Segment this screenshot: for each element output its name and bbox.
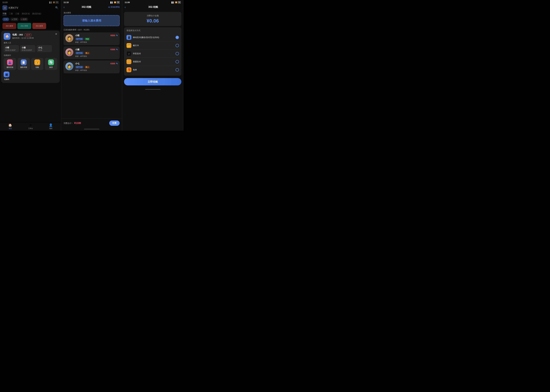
level-tag-1: 初级 [84, 38, 90, 41]
level-tag-3: 新人 [84, 66, 90, 69]
service-info-2: 小颜 前厅B组 新人 来源：APP添加 [75, 48, 109, 57]
pay-option-mobile[interactable]: 📱 移动支付(微信/支付宝/云闪付) ✓ [126, 34, 179, 42]
pay-option-meituan[interactable]: 🍔 美团支付 [126, 58, 179, 66]
mobile-pay-icon: 📱 [126, 35, 131, 40]
staff-name-1: 小雨 [5, 46, 17, 49]
price-2: ¥300 ✎ [111, 48, 118, 51]
service-item-3: 👩 小七 前厅A组 新人 来源：APP添加 ¥300 ✎ [63, 61, 120, 73]
panel-2: 11:10 ▐▌▌ 📶 88 ‹ 302-结账 ⊞ 添加收费项 酒水费用 请输入… [61, 0, 122, 131]
workbench-nav-icon: ⊕ [29, 123, 32, 127]
qr-label: 包厢码 [4, 78, 9, 81]
meituan-pay-name: 美团支付 [133, 60, 174, 63]
room-service-time: 服务时间：12-22 11:08:06 [12, 37, 34, 39]
panel-1: 11:23 ▐▌▌ 📶 88 🏠 K米KTV 🔍 不限 二楼 三楼 测试区域 测… [0, 0, 61, 131]
pay-section-label: 请选择支付方式 [126, 29, 179, 32]
staff-list: 小雨 12-22 11:10:07 小颜 12-22 11:10:07 小七 1… [4, 45, 57, 52]
footer-total-label: 消费合计： [63, 122, 73, 124]
staff-time-2: 12-22 11:10:07 [22, 49, 34, 51]
add-charge-label: 添加收费项 [111, 6, 120, 8]
service-summary-label: 已添加服务费用（合计：¥1100） [61, 28, 122, 32]
service-detail-icon: 📋 [21, 59, 27, 65]
battery-3: 88 [178, 1, 181, 4]
status-icons-2: ▐▌▌ 📶 88 [110, 1, 120, 4]
service-item-2: 👩 小颜 前厅B组 新人 来源：APP添加 ¥300 ✎ [63, 46, 120, 59]
checkout-icon: 💰 [34, 59, 40, 65]
price-amount-2: ¥300 [111, 48, 115, 51]
group-tag-3: 前厅A组 [75, 66, 84, 69]
p2-header: ‹ 302-结账 ⊞ 添加收费项 [61, 4, 122, 10]
edit-icon-1[interactable]: ✎ [116, 34, 118, 37]
avatar-xiaoyan: 👩 [65, 48, 73, 56]
service-info-3: 小七 前厅A组 新人 来源：APP添加 [75, 62, 109, 71]
edit-icon-2[interactable]: ✎ [116, 49, 118, 51]
price-3: ¥300 ✎ [111, 62, 118, 65]
op-qr-code[interactable]: ▦ 包厢码 [4, 71, 9, 81]
staff-name-2: 小颜 [22, 46, 34, 49]
service-name-1: 小雨 [75, 34, 109, 37]
settle-button[interactable]: 结算 [109, 120, 120, 126]
nav-profile[interactable]: 👤 我的 [41, 122, 61, 131]
douyin-pay-radio [175, 52, 179, 55]
status-icons-3: ▐▌▌ 📶 88 [171, 1, 181, 4]
home-nav-label: 首页 [9, 127, 12, 130]
service-detail-label: 服务详情 [20, 66, 27, 69]
nav-home[interactable]: 🏠 首页 [0, 122, 20, 131]
home-indicator-2 [61, 127, 122, 131]
meituan-pay-icon: 🍔 [126, 59, 131, 64]
service-tags-1: 前厅B组 初级 [75, 38, 109, 41]
bank-pay-radio [175, 44, 179, 47]
p3-back-button[interactable]: ‹ [125, 5, 126, 9]
panel-3: 11:09 ▐▌▌ 📶 88 ‹ 302-结账 消费合计金额 ¥0.06 请选择… [122, 0, 183, 131]
group-tag-1: 前厅B组 [75, 38, 84, 41]
workbench-nav-label: 工作台 [28, 127, 33, 130]
signal-icon-3: ▐▌▌ [171, 1, 174, 3]
home-nav-icon: 🏠 [8, 123, 12, 127]
pay-option-douyin[interactable]: ♪ 抖音支付 [126, 50, 179, 58]
source-1: 来源：APP添加 [75, 41, 109, 43]
checkout-label: 结账 [36, 66, 39, 69]
free-pay-radio [175, 68, 179, 71]
pay-option-bank[interactable]: 💳 银行卡 [126, 42, 179, 50]
footer-total-amount: ¥1100 [74, 122, 81, 124]
add-charge-button[interactable]: ⊞ 添加收费项 [108, 6, 120, 8]
service-tags-2: 前厅B组 新人 [75, 52, 109, 55]
nav-workbench[interactable]: ⊕ 工作台 [20, 122, 41, 131]
payment-section: 请选择支付方式 📱 移动支付(微信/支付宝/云闪付) ✓ 💳 银行卡 ♪ 抖音支… [124, 27, 181, 76]
level-tag-2: 新人 [84, 52, 90, 55]
p2-title: 302-结账 [82, 6, 91, 9]
source-2: 来源：APP添加 [75, 55, 109, 57]
check-mark: ✓ [176, 36, 178, 38]
price-amount-1: ¥500 [111, 34, 115, 37]
qr-icon: ▦ [4, 71, 9, 77]
douyin-pay-name: 抖音支付 [133, 52, 174, 55]
room-icon: 🏠 [4, 33, 10, 40]
source-3: 来源：APP添加 [75, 69, 109, 71]
add-service-icon: 👗 [7, 59, 13, 65]
price-amount-3: ¥300 [111, 62, 115, 65]
edit-icon-3[interactable]: ✎ [116, 63, 118, 65]
drink-placeholder: 请输入酒水费用 [82, 19, 101, 22]
op-add-service[interactable]: 👗 服务添加 [4, 58, 16, 70]
staff-section-label: 服务人员 [4, 42, 57, 44]
modal-room-info: 🏠 包厢：302 ●使用 服务时间：12-22 11:08:06 [4, 33, 57, 40]
add-charge-icon: ⊞ [108, 6, 110, 8]
profile-nav-icon: 👤 [49, 123, 53, 127]
modal-close-icon[interactable]: ✕ [55, 32, 57, 36]
p2-back-button[interactable]: ‹ [63, 5, 65, 9]
time-3: 11:09 [125, 1, 130, 4]
pay-option-free[interactable]: 🎁 免单 [126, 66, 179, 74]
staff-time-1: 12-22 11:10:07 [5, 49, 17, 51]
total-amount: ¥0.06 [126, 18, 179, 24]
ops-grid: 👗 服务添加 📋 服务详情 💰 结账 🔄 换房 [4, 58, 57, 70]
bank-pay-icon: 💳 [126, 43, 131, 48]
op-change-room[interactable]: 🔄 换房 [45, 58, 57, 70]
p3-title: 302-结账 [126, 6, 181, 9]
battery-2: 88 [117, 1, 120, 4]
op-checkout[interactable]: 💰 结账 [31, 58, 44, 70]
total-section-label: 消费合计金额 [126, 14, 179, 17]
confirm-checkout-button[interactable]: 立即结账 [124, 78, 181, 85]
drink-input-area[interactable]: 请输入酒水费用 [63, 15, 120, 26]
op-service-detail[interactable]: 📋 服务详情 [17, 58, 30, 70]
add-service-label: 服务添加 [7, 66, 13, 69]
staff-item-2: 小颜 12-22 11:10:07 [20, 45, 35, 52]
